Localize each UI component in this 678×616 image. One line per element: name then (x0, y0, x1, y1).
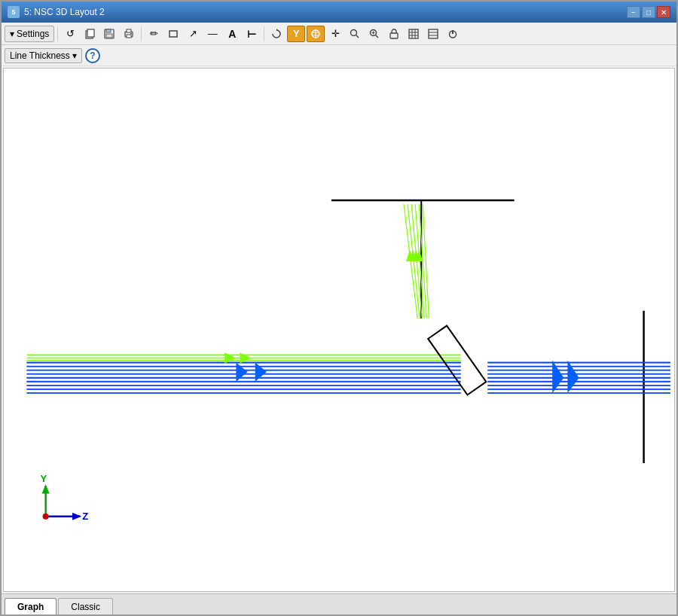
svg-rect-3 (106, 29, 111, 32)
print-icon (124, 29, 134, 39)
copy-button[interactable] (81, 26, 99, 42)
svg-rect-20 (390, 33, 398, 38)
toolbar-separator-2 (141, 26, 142, 41)
copy-icon (84, 29, 95, 39)
svg-rect-9 (170, 31, 177, 37)
rail-button[interactable]: ⊢ (243, 26, 261, 42)
grid-button[interactable] (405, 26, 423, 42)
help-button[interactable]: ? (85, 48, 100, 63)
line-thickness-bar: Line Thickness ▾ ? (2, 45, 676, 66)
zoom-button[interactable] (346, 26, 364, 42)
line-button[interactable]: — (203, 26, 221, 42)
svg-rect-4 (106, 34, 112, 38)
pencil-button[interactable]: ✏ (145, 26, 163, 42)
zoom-icon (350, 29, 360, 39)
refresh-button[interactable]: ↺ (61, 26, 79, 42)
svg-rect-7 (127, 35, 131, 38)
svg-marker-71 (567, 360, 579, 392)
layout-canvas: Y Z (4, 69, 674, 591)
svg-marker-75 (72, 513, 81, 520)
main-window: 5 5: NSC 3D Layout 2 − □ ✕ ▾ Settings ↺ (0, 0, 678, 616)
zoom2-button[interactable] (365, 26, 383, 42)
svg-line-34 (404, 204, 417, 319)
svg-marker-73 (42, 484, 50, 493)
text-button[interactable]: A (223, 26, 241, 42)
tab-bar: Graph Classic (2, 593, 676, 614)
line-thickness-arrow-icon: ▾ (72, 50, 77, 61)
power-icon (447, 29, 458, 39)
rotation-button[interactable] (267, 26, 286, 42)
svg-rect-6 (127, 29, 131, 32)
svg-point-76 (43, 514, 49, 520)
save-button[interactable] (100, 26, 118, 42)
graph-tab[interactable]: Graph (5, 598, 56, 614)
rectangle-button[interactable] (164, 26, 182, 42)
window-title: 5: NSC 3D Layout 2 (24, 7, 105, 17)
print-button[interactable] (120, 26, 138, 42)
save-icon (104, 29, 115, 39)
line-thickness-button[interactable]: Line Thickness ▾ (5, 48, 82, 63)
grid-icon (408, 29, 419, 39)
layers-icon (428, 29, 438, 39)
svg-line-35 (408, 204, 420, 319)
rect-icon (168, 29, 179, 39)
rotate-view-icon (310, 29, 321, 39)
svg-rect-21 (409, 29, 418, 38)
power-button[interactable] (444, 26, 462, 42)
svg-marker-56 (240, 352, 252, 363)
layers-button[interactable] (424, 26, 442, 42)
svg-line-15 (356, 35, 359, 38)
svg-rect-8 (130, 33, 132, 34)
svg-text:Z: Z (82, 511, 88, 522)
title-bar: 5 5: NSC 3D Layout 2 − □ ✕ (2, 2, 676, 23)
arrow-diagonal-button[interactable]: ↗ (184, 26, 202, 42)
svg-text:Y: Y (41, 473, 47, 484)
settings-label: Settings (17, 29, 49, 39)
graph-tab-label: Graph (17, 602, 44, 612)
viewport: Y Z (3, 68, 675, 592)
y-view-button[interactable]: Y (287, 26, 305, 42)
move-button[interactable]: ✛ (326, 26, 344, 42)
svg-marker-10 (276, 29, 279, 31)
settings-arrow-icon: ▾ (10, 29, 14, 39)
toolbar-separator-1 (57, 26, 58, 41)
main-toolbar: ▾ Settings ↺ ✏ ↗ — A ⊢ (2, 23, 676, 45)
zoom2-icon (369, 29, 380, 39)
svg-marker-58 (255, 362, 267, 381)
lock-icon (389, 29, 399, 39)
window-icon: 5 (8, 6, 20, 18)
rotation-icon (271, 29, 282, 39)
svg-point-14 (351, 29, 357, 35)
toolbar-separator-3 (264, 26, 264, 41)
svg-marker-59 (236, 362, 247, 381)
svg-rect-26 (429, 29, 438, 38)
close-button[interactable]: ✕ (657, 6, 670, 18)
svg-marker-57 (224, 352, 236, 363)
rotate-view-button[interactable] (307, 26, 325, 42)
settings-button[interactable]: ▾ Settings (5, 26, 54, 42)
classic-tab-label: Classic (71, 602, 100, 612)
svg-line-17 (376, 35, 379, 38)
lock-button[interactable] (385, 26, 403, 42)
restore-button[interactable]: □ (642, 6, 655, 18)
classic-tab[interactable]: Classic (58, 598, 113, 614)
svg-marker-70 (552, 360, 563, 392)
minimize-button[interactable]: − (627, 6, 640, 18)
svg-rect-1 (87, 29, 94, 37)
line-thickness-label: Line Thickness (10, 50, 70, 61)
